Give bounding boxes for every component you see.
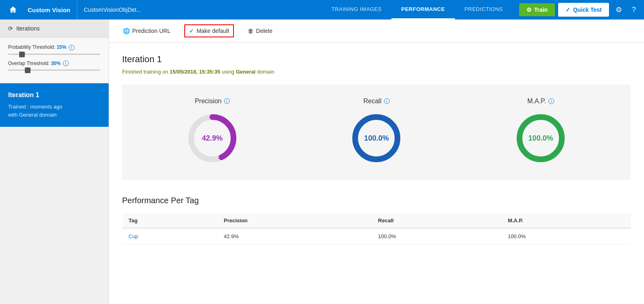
prediction-url-button[interactable]: 🌐 Prediction URL [119, 25, 175, 37]
iterations-label: Iterations [16, 25, 40, 32]
tab-training-images[interactable]: TRAINING IMAGES [321, 0, 391, 20]
probability-threshold-label: Probability Threshold: 15% i [8, 44, 100, 50]
training-info: Finished training on 15/05/2018, 15:35:3… [122, 69, 631, 75]
precision-value: 42.9% [202, 134, 223, 143]
overlap-value: 30% [51, 61, 61, 66]
check-icon: ✓ [565, 7, 570, 13]
col-map: M.A.P. [501, 213, 631, 228]
row-recall: 100.0% [371, 228, 501, 245]
nav-actions: ⚙ Train ✓ Quick Test ⚙ ? [519, 3, 639, 17]
help-icon[interactable]: ? [629, 6, 639, 14]
map-info-icon[interactable]: i [548, 98, 554, 104]
project-name[interactable]: CustomVisionObjDet... [77, 0, 148, 20]
prediction-url-label: Prediction URL [132, 28, 170, 34]
nav-tabs: TRAINING IMAGES PERFORMANCE PREDICTIONS [321, 0, 512, 20]
probability-value: 15% [57, 44, 66, 50]
main-layout: ⟳ Iterations Probability Threshold: 15% … [0, 20, 644, 304]
sidebar-controls: Probability Threshold: 15% i Overlap Thr… [0, 38, 109, 83]
row-precision: 42.9% [217, 228, 371, 245]
gear-icon: ⚙ [526, 7, 532, 13]
performance-per-tag-title: Performance Per Tag [122, 196, 631, 205]
settings-icon[interactable]: ⚙ [612, 5, 625, 14]
delete-button[interactable]: 🗑 Delete [244, 25, 276, 37]
recall-metric: Recall i 100.0% [348, 98, 405, 167]
map-title: M.A.P. i [527, 98, 554, 105]
tag-link-cup[interactable]: Cup [129, 233, 138, 239]
table-header-row: Tag Precision Recall M.A.P. [122, 213, 631, 228]
recall-donut: 100.0% [348, 110, 405, 167]
make-default-button[interactable]: ✓ Make default [184, 24, 234, 37]
recall-info-icon[interactable]: i [384, 98, 390, 104]
sidebar-header: ⟳ Iterations [0, 20, 109, 38]
tag-table: Tag Precision Recall M.A.P. Cup 42.9% 10… [122, 213, 631, 245]
precision-donut: 42.9% [184, 110, 241, 167]
recall-title: Recall i [363, 98, 389, 105]
probability-slider[interactable] [8, 54, 100, 55]
top-navigation: Custom Vision CustomVisionObjDet... TRAI… [0, 0, 644, 20]
probability-info-icon[interactable]: i [69, 45, 74, 50]
make-default-label: Make default [196, 28, 229, 34]
training-domain: General [236, 69, 255, 75]
quick-test-button[interactable]: ✓ Quick Test [558, 3, 609, 17]
table-row: Cup 42.9% 100.0% 100.0% [122, 228, 631, 245]
iteration-name-heading: Iteration 1 [122, 54, 631, 65]
iteration-trained: Trained : moments ago with General domai… [8, 103, 100, 119]
row-map: 100.0% [501, 228, 631, 245]
recall-value: 100.0% [364, 134, 389, 143]
train-button-label: Train [534, 7, 548, 13]
precision-title: Precision i [195, 98, 230, 105]
home-button[interactable] [5, 0, 21, 20]
precision-info-icon[interactable]: i [224, 98, 230, 104]
iterations-icon: ⟳ [8, 25, 13, 32]
globe-icon: 🌐 [123, 28, 130, 34]
app-name: Custom Vision [21, 0, 77, 20]
iteration-title: Iteration 1 [8, 91, 100, 99]
map-metric: M.A.P. i 100.0% [512, 98, 569, 167]
tab-predictions[interactable]: PREDICTIONS [455, 0, 513, 20]
content-area: 🌐 Prediction URL ✓ Make default 🗑 Delete… [109, 20, 644, 304]
tab-performance[interactable]: PERFORMANCE [391, 0, 454, 20]
performance-per-tag-section: Performance Per Tag Tag Precision Recall… [122, 196, 631, 245]
delete-label: Delete [256, 28, 272, 34]
map-donut: 100.0% [512, 110, 569, 167]
performance-content: Iteration 1 Finished training on 15/05/2… [109, 43, 644, 256]
overlap-info-icon[interactable]: i [63, 61, 69, 66]
col-tag: Tag [122, 213, 217, 228]
precision-metric: Precision i 42.9% [184, 98, 241, 167]
overlap-slider[interactable] [8, 69, 100, 71]
trash-icon: 🗑 [248, 28, 253, 34]
training-date: 15/05/2018, 15:35:35 [170, 69, 220, 75]
sidebar: ⟳ Iterations Probability Threshold: 15% … [0, 20, 109, 304]
col-precision: Precision [217, 213, 371, 228]
toolbar: 🌐 Prediction URL ✓ Make default 🗑 Delete [109, 20, 644, 43]
train-button[interactable]: ⚙ Train [519, 3, 555, 16]
quick-test-label: Quick Test [573, 7, 602, 13]
check-icon: ✓ [189, 28, 194, 34]
map-value: 100.0% [528, 134, 553, 143]
sidebar-iteration-1[interactable]: Iteration 1 Trained : moments ago with G… [0, 83, 109, 127]
metrics-card: Precision i 42.9% [122, 85, 631, 180]
col-recall: Recall [371, 213, 501, 228]
overlap-threshold-label: Overlap Threshold: 30% i [8, 61, 100, 67]
